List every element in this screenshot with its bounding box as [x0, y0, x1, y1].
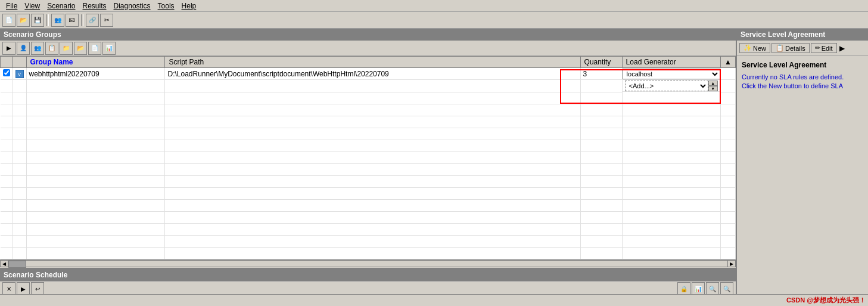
- group-name-cell: webhttphtml20220709: [26, 68, 165, 80]
- sg-btn-5[interactable]: 📁: [60, 42, 73, 55]
- scroll-track[interactable]: [8, 260, 727, 267]
- sla-new-button[interactable]: ✨ New: [739, 43, 770, 53]
- separator-1: [46, 14, 49, 26]
- sg-btn-3[interactable]: 👥: [31, 42, 44, 55]
- add-empty-4: [165, 80, 580, 92]
- h-scrollbar[interactable]: ◀ ▶: [0, 259, 736, 268]
- menu-scenario[interactable]: Scenario: [43, 1, 79, 11]
- col-load-generator: Load Generator: [622, 57, 721, 68]
- menu-help[interactable]: Help: [178, 1, 200, 11]
- schedule-btn-2[interactable]: ▶: [17, 282, 30, 294]
- menu-tools[interactable]: Tools: [154, 1, 178, 11]
- menu-file[interactable]: File: [2, 1, 21, 11]
- sg-btn-6[interactable]: 📂: [74, 42, 87, 55]
- sla-content-title: Service Level Agreement: [742, 61, 863, 69]
- schedule-toolbar: ✕ ▶ ↩ 🔒 📊 🔍 🔍: [0, 281, 736, 295]
- load-generator-select[interactable]: localhost: [623, 69, 721, 79]
- empty-row: [1, 128, 736, 140]
- spin-up[interactable]: ▲: [708, 81, 718, 86]
- separator-2: [81, 14, 83, 26]
- status-btn-3[interactable]: 🔍: [706, 282, 719, 294]
- script-path-cell: D:\LoadRunner\MyDocument\scriptdocument\…: [165, 68, 580, 80]
- left-panel: Scenario Groups ▶ 👤 👥 📋 📁 📂 📄 📊: [0, 29, 737, 294]
- add-dropdown-cell[interactable]: <Add...> ▲ ▼: [623, 80, 721, 92]
- quantity-cell[interactable]: 3: [580, 68, 622, 80]
- scroll-thumb[interactable]: [8, 261, 26, 268]
- col-icon: [13, 57, 26, 68]
- empty-row: [1, 92, 736, 104]
- menu-view[interactable]: View: [21, 1, 43, 11]
- scenario-groups-table: Group Name Script Path Quantity Load Gen…: [0, 56, 736, 259]
- empty-row: [1, 163, 736, 175]
- sla-details-button[interactable]: 📋 Details: [771, 43, 810, 53]
- vuser-icon: V: [15, 70, 24, 78]
- bottom-bar: CSDN @梦想成为光头强！: [0, 294, 868, 306]
- sla-panel: Service Level Agreement ✨ New 📋 Details …: [737, 29, 868, 294]
- scenario-schedule-section: Scenario Schedule ✕ ▶ ↩ 🔒 📊 🔍 🔍: [0, 268, 736, 295]
- sla-header: Service Level Agreement: [737, 29, 868, 41]
- scenario-groups-toolbar: ▶ 👤 👥 📋 📁 📂 📄 📊: [0, 41, 736, 56]
- col-quantity: Quantity: [580, 57, 622, 68]
- scroll-cell: [721, 68, 736, 80]
- row-checkbox[interactable]: [1, 68, 13, 80]
- play-button[interactable]: ▶: [2, 42, 15, 55]
- toolbar-btn-5[interactable]: 🖂: [66, 14, 79, 27]
- status-btn-2[interactable]: 📊: [692, 282, 705, 294]
- scenario-groups-section: Scenario Groups ▶ 👤 👥 📋 📁 📂 📄 📊: [0, 29, 736, 268]
- main-area: Scenario Groups ▶ 👤 👥 📋 📁 📂 📄 📊: [0, 29, 868, 294]
- empty-row: [1, 247, 736, 259]
- scenario-groups-table-container: Group Name Script Path Quantity Load Gen…: [0, 56, 736, 259]
- schedule-btn-1[interactable]: ✕: [2, 282, 15, 294]
- sla-content: Service Level Agreement Currently no SLA…: [737, 56, 868, 294]
- scenario-groups-header: Scenario Groups: [0, 29, 736, 41]
- add-empty-1: [1, 80, 13, 92]
- disconnect-button[interactable]: ✂: [100, 14, 113, 27]
- scroll-right-btn[interactable]: ▶: [727, 260, 736, 267]
- col-checkbox: [1, 57, 13, 68]
- empty-row: [1, 187, 736, 199]
- watermark: CSDN @梦想成为光头强！: [786, 296, 866, 305]
- status-btn-1[interactable]: 🔒: [677, 282, 690, 294]
- sla-edit-button[interactable]: ✏ Edit: [811, 43, 837, 53]
- new-button[interactable]: 📄: [2, 14, 15, 27]
- sg-btn-4[interactable]: 📋: [45, 42, 58, 55]
- status-icons: 🔒 📊 🔍 🔍: [45, 282, 733, 294]
- col-group-name: Group Name: [26, 57, 165, 68]
- empty-row: [1, 104, 736, 116]
- row-icon: V: [13, 68, 26, 80]
- new-icon: ✨: [743, 44, 752, 52]
- menu-results[interactable]: Results: [79, 1, 110, 11]
- empty-row: [1, 152, 736, 163]
- menu-bar: File View Scenario Results Diagnostics T…: [0, 0, 868, 12]
- spin-down[interactable]: ▼: [708, 86, 718, 91]
- table-row: V webhttphtml20220709 D:\LoadRunner\MyDo…: [1, 68, 736, 80]
- add-empty-2: [13, 80, 26, 92]
- empty-row: [1, 211, 736, 223]
- empty-row: [1, 235, 736, 247]
- details-icon: 📋: [776, 44, 784, 52]
- sg-btn-2[interactable]: 👤: [17, 42, 30, 55]
- load-generator-cell[interactable]: localhost: [622, 68, 721, 80]
- sla-more-btn[interactable]: ▶: [838, 44, 846, 52]
- save-button[interactable]: 💾: [31, 14, 44, 27]
- connect-button[interactable]: 🔗: [86, 14, 99, 27]
- menu-diagnostics[interactable]: Diagnostics: [110, 1, 154, 11]
- sla-content-desc: Currently no SLA rules are defined.Click…: [742, 73, 863, 91]
- add-group-button[interactable]: 👥: [51, 14, 64, 27]
- sg-btn-8[interactable]: 📊: [102, 42, 116, 55]
- add-select[interactable]: <Add...>: [625, 81, 708, 91]
- sla-toolbar: ✨ New 📋 Details ✏ Edit ▶: [737, 41, 868, 56]
- open-button[interactable]: 📂: [17, 14, 30, 27]
- scenario-schedule-header: Scenario Schedule: [0, 269, 736, 281]
- main-toolbar: 📄 📂 💾 👥 🖂 🔗 ✂: [0, 12, 868, 29]
- spin-buttons: ▲ ▼: [708, 81, 718, 91]
- row-check-input[interactable]: [3, 69, 10, 76]
- scroll-left-btn[interactable]: ◀: [0, 260, 8, 267]
- add-scroll: [721, 80, 736, 92]
- empty-row: [1, 116, 736, 128]
- schedule-btn-3[interactable]: ↩: [31, 282, 44, 294]
- empty-row: [1, 223, 736, 235]
- sg-btn-7[interactable]: 📄: [88, 42, 101, 55]
- add-empty-qty: [580, 80, 622, 92]
- status-btn-4[interactable]: 🔍: [720, 282, 733, 294]
